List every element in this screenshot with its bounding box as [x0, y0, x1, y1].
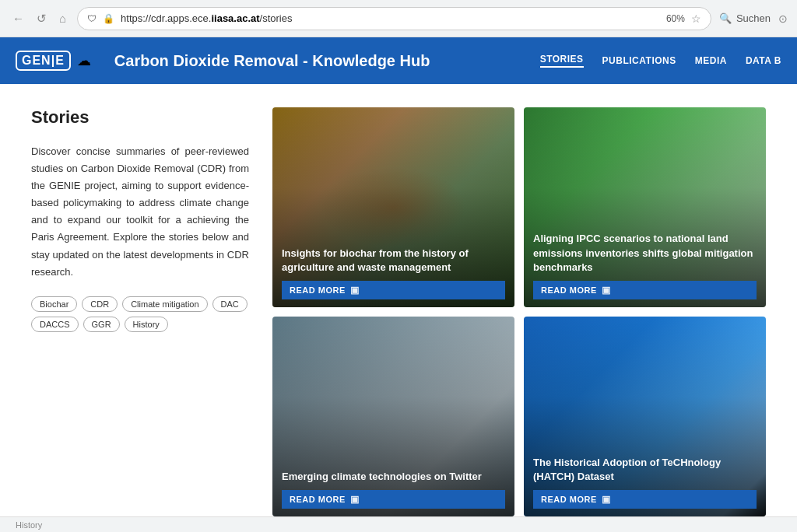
site-title: Carbon Dioxide Removal - Knowledge Hub	[114, 52, 540, 70]
logo-cloud-icon: ☁	[77, 52, 91, 69]
tag-cdr[interactable]: CDR	[82, 296, 118, 312]
shield-icon: 🛡	[87, 13, 97, 24]
back-button[interactable]: ←	[9, 9, 27, 28]
bookmark-icon[interactable]: ☆	[691, 12, 701, 25]
url-text: https://cdr.apps.ece.iiasa.ac.at/stories	[121, 12, 660, 24]
logo-area[interactable]: GEN|E ☁	[16, 51, 91, 71]
card-4-content: The Historical Adoption of TeCHnology (H…	[524, 317, 766, 516]
browser-nav-icons: ← ↺ ⌂	[9, 9, 69, 29]
main-content: Stories Discover concise summaries of pe…	[0, 84, 797, 532]
history-tab-label[interactable]: History	[16, 520, 42, 530]
address-bar[interactable]: 🛡 🔒 https://cdr.apps.ece.iiasa.ac.at/sto…	[77, 7, 711, 30]
card-biochar[interactable]: Insights for biochar from the history of…	[272, 107, 514, 307]
card-3-read-more-label: READ MORE	[290, 495, 346, 504]
main-nav: STORIES PUBLICATIONS MEDIA DATA B	[540, 54, 781, 68]
cards-grid: Insights for biochar from the history of…	[272, 107, 766, 516]
card-1-icon: ▣	[350, 285, 360, 296]
tag-climate-mitigation[interactable]: Climate mitigation	[122, 296, 207, 312]
card-4-read-more[interactable]: READ MORE ▣	[533, 490, 757, 509]
zoom-level[interactable]: 60%	[666, 13, 685, 24]
card-1-read-more-label: READ MORE	[290, 285, 346, 295]
tag-biochar[interactable]: Biochar	[31, 296, 77, 312]
card-4-read-more-label: READ MORE	[541, 495, 597, 504]
tag-history[interactable]: History	[125, 317, 168, 332]
search-icon: 🔍	[719, 12, 732, 24]
home-button[interactable]: ⌂	[56, 9, 69, 28]
tag-ggr[interactable]: GGR	[83, 317, 120, 332]
card-4-icon: ▣	[602, 494, 611, 505]
stories-description: Discover concise summaries of peer-revie…	[31, 143, 249, 281]
nav-media[interactable]: MEDIA	[695, 55, 727, 66]
card-4-title: The Historical Adoption of TeCHnology (H…	[533, 456, 757, 484]
site-header: GEN|E ☁ Carbon Dioxide Removal - Knowled…	[0, 37, 797, 84]
card-hatch[interactable]: The Historical Adoption of TeCHnology (H…	[524, 317, 766, 516]
card-2-icon: ▣	[602, 285, 611, 296]
card-2-title: Aligning IPCC scenarios to national land…	[533, 232, 757, 275]
reload-button[interactable]: ↺	[33, 9, 50, 29]
card-2-read-more-label: READ MORE	[541, 285, 597, 295]
pocket-icon[interactable]: ⊙	[778, 12, 788, 25]
card-1-read-more[interactable]: READ MORE ▣	[282, 281, 505, 299]
card-3-title: Emerging climate technologies on Twitter	[282, 470, 505, 484]
card-2-content: Aligning IPCC scenarios to national land…	[524, 107, 766, 307]
card-3-icon: ▣	[350, 494, 360, 505]
page-heading: Stories	[31, 107, 249, 128]
tag-daccs[interactable]: DACCS	[31, 317, 79, 332]
search-area: 🔍 Suchen	[719, 12, 771, 24]
logo-text: GEN|E	[16, 51, 71, 71]
nav-stories[interactable]: STORIES	[540, 54, 584, 68]
nav-publications[interactable]: PUBLICATIONS	[602, 55, 676, 66]
card-1-title: Insights for biochar from the history of…	[282, 247, 505, 275]
card-1-content: Insights for biochar from the history of…	[272, 107, 514, 307]
browser-chrome: ← ↺ ⌂ 🛡 🔒 https://cdr.apps.ece.iiasa.ac.…	[0, 0, 797, 37]
nav-data[interactable]: DATA B	[746, 55, 781, 66]
tag-dac[interactable]: DAC	[212, 296, 248, 312]
card-ipcc[interactable]: Aligning IPCC scenarios to national land…	[524, 107, 766, 307]
left-column: Stories Discover concise summaries of pe…	[31, 107, 249, 516]
card-3-content: Emerging climate technologies on Twitter…	[272, 317, 514, 516]
browser-bottom-bar: History	[0, 516, 797, 532]
search-label: Suchen	[736, 12, 771, 24]
lock-icon: 🔒	[103, 13, 114, 24]
card-2-read-more[interactable]: READ MORE ▣	[533, 281, 757, 299]
card-twitter[interactable]: Emerging climate technologies on Twitter…	[272, 317, 514, 516]
card-3-read-more[interactable]: READ MORE ▣	[282, 490, 505, 509]
tags-area: Biochar CDR Climate mitigation DAC DACCS…	[31, 296, 249, 332]
